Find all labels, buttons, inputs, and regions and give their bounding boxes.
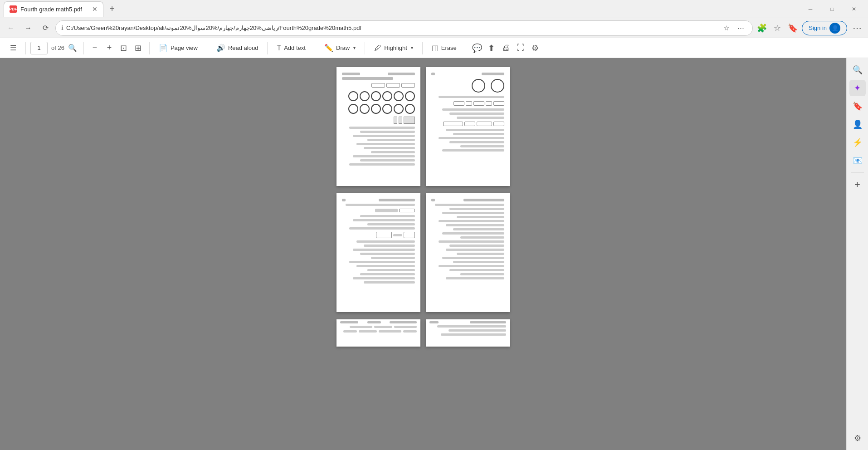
back-button[interactable]: ← [4, 21, 18, 35]
page-view-icon: ⊞ [135, 43, 141, 53]
zoom-out-button[interactable]: − [88, 42, 101, 54]
window-controls: ─ □ ✕ [800, 2, 868, 16]
address-actions: ☆ ⋯ [720, 22, 747, 34]
page-5-content [336, 319, 420, 347]
page-view-button[interactable]: 📄 Page view [154, 41, 202, 55]
refresh-button[interactable]: ⟳ [38, 21, 53, 35]
search-button[interactable]: 🔍 [66, 42, 79, 54]
page-total: of 26 [51, 44, 64, 51]
sidebar-search-button[interactable]: 🔍 [849, 62, 866, 78]
page-2-content [426, 67, 510, 186]
page-navigation: 1 of 26 [30, 42, 64, 54]
pdf-page-3 [336, 193, 420, 312]
sidebar-settings-button[interactable]: ⚙ [849, 430, 866, 446]
active-tab[interactable]: PDF Fourth grade math5.pdf ✕ [4, 1, 103, 17]
sidebar-copilot-button[interactable]: ✦ [849, 80, 866, 96]
page-view-text-icon: 📄 [159, 44, 168, 52]
erase-icon: ◫ [432, 44, 439, 52]
read-aloud-address-icon[interactable]: ⋯ [734, 22, 747, 34]
draw-label: Draw [336, 44, 350, 51]
read-aloud-icon: 🔊 [216, 44, 225, 52]
print-icon: 🖨 [502, 43, 510, 53]
pdf-page-6 [426, 319, 510, 347]
sidebar-outlook-button[interactable]: 📧 [849, 152, 866, 169]
settings-icon: ⚙ [532, 43, 539, 53]
divider-8 [422, 42, 423, 54]
sidebar-section: ☰ [5, 41, 21, 55]
erase-label: Erase [441, 44, 457, 51]
user-avatar: 👤 [829, 23, 840, 34]
comment-icon: 💬 [472, 43, 482, 53]
highlight-icon: 🖊 [374, 44, 381, 52]
sidebar-extensions-button[interactable]: ⚡ [849, 134, 866, 151]
add-text-icon: T [277, 44, 281, 52]
pdf-toolbar: ☰ 1 of 26 🔍 − + ⊡ ⊞ 📄 Page view [0, 38, 868, 58]
page-1-content [336, 67, 420, 186]
highlight-dropdown-arrow: ▾ [411, 45, 413, 50]
divider-2 [83, 42, 84, 54]
sign-in-label: Sign in [809, 24, 827, 31]
collections-button[interactable]: 🔖 [786, 22, 799, 34]
tab-bar: PDF Fourth grade math5.pdf ✕ + [4, 0, 800, 18]
more-options-button[interactable]: ⋯ [850, 21, 864, 35]
pdf-page-1 [336, 67, 420, 186]
address-bar-row: ← → ⟳ ℹ C:/Users/Green%20rayan/Desktop/a… [0, 18, 868, 38]
page-view-label: Page view [171, 44, 198, 51]
sidebar-collections-button[interactable]: 🔖 [849, 98, 866, 114]
page-3-content [336, 193, 420, 312]
divider-3 [149, 42, 150, 54]
sidebar-toggle-button[interactable]: ☰ [5, 41, 21, 55]
new-tab-button[interactable]: + [105, 2, 119, 16]
draw-icon: ✏️ [324, 44, 333, 52]
maximize-button[interactable]: □ [822, 2, 843, 16]
add-text-button[interactable]: T Add text [272, 41, 310, 55]
page-number-input[interactable]: 1 [30, 42, 48, 54]
favorites-star-button[interactable]: ☆ [771, 22, 784, 34]
extensions-button[interactable]: 🧩 [756, 22, 768, 34]
sidebar-icon: ☰ [10, 44, 16, 52]
share-button[interactable]: ⬆ [485, 42, 498, 54]
address-info-icon: ℹ [61, 24, 63, 31]
print-button[interactable]: 🖨 [500, 42, 512, 54]
address-bar[interactable]: ℹ C:/Users/Green%20rayan/Desktop/ali/ریا… [55, 20, 753, 36]
page-4-content [426, 193, 510, 312]
draw-dropdown-arrow: ▾ [353, 45, 356, 50]
favorites-icon[interactable]: ☆ [720, 22, 732, 34]
main-area: 🔍 ✦ 🔖 👤 ⚡ 📧 + ⚙ [0, 58, 868, 450]
pdf-page-5 [336, 319, 420, 347]
address-text: C:/Users/Green%20rayan/Desktop/ali/ریاضی… [66, 24, 717, 31]
draw-button[interactable]: ✏️ Draw ▾ [320, 41, 360, 55]
pdf-row-3 [336, 319, 510, 347]
search-icon: 🔍 [68, 44, 77, 52]
highlight-dropdown[interactable]: 🖊 Highlight ▾ [370, 41, 418, 55]
sign-in-button[interactable]: Sign in 👤 [802, 21, 847, 35]
comment-button[interactable]: 💬 [471, 42, 483, 54]
highlight-button[interactable]: 🖊 Highlight ▾ [370, 41, 418, 55]
minimize-button[interactable]: ─ [800, 2, 821, 16]
zoom-out-icon: − [93, 43, 98, 53]
draw-dropdown[interactable]: ✏️ Draw ▾ [320, 41, 360, 55]
pdf-row-1 [336, 67, 510, 186]
pdf-row-2 [336, 193, 510, 312]
fullscreen-button[interactable]: ⛶ [514, 42, 527, 54]
close-button[interactable]: ✕ [844, 2, 864, 16]
sidebar-divider [851, 172, 864, 173]
pdf-viewer[interactable] [0, 58, 846, 450]
zoom-in-icon: + [107, 43, 112, 53]
read-aloud-button[interactable]: 🔊 Read aloud [212, 41, 263, 55]
forward-button[interactable]: → [21, 21, 35, 35]
sidebar-add-button[interactable]: + [849, 176, 866, 193]
fit-button[interactable]: ⊡ [117, 42, 130, 54]
zoom-in-button[interactable]: + [103, 42, 116, 54]
highlight-label: Highlight [384, 44, 407, 51]
divider-9 [466, 42, 466, 54]
right-sidebar: 🔍 ✦ 🔖 👤 ⚡ 📧 + ⚙ [846, 58, 868, 450]
read-aloud-label: Read aloud [228, 44, 258, 51]
settings-button[interactable]: ⚙ [529, 42, 541, 54]
sidebar-profile-button[interactable]: 👤 [849, 116, 866, 132]
tab-close-button[interactable]: ✕ [92, 5, 98, 13]
page-view-icon-btn[interactable]: ⊞ [132, 42, 145, 54]
tab-title: Fourth grade math5.pdf [20, 6, 82, 13]
title-bar: PDF Fourth grade math5.pdf ✕ + ─ □ ✕ [0, 0, 868, 18]
erase-button[interactable]: ◫ Erase [427, 41, 461, 55]
